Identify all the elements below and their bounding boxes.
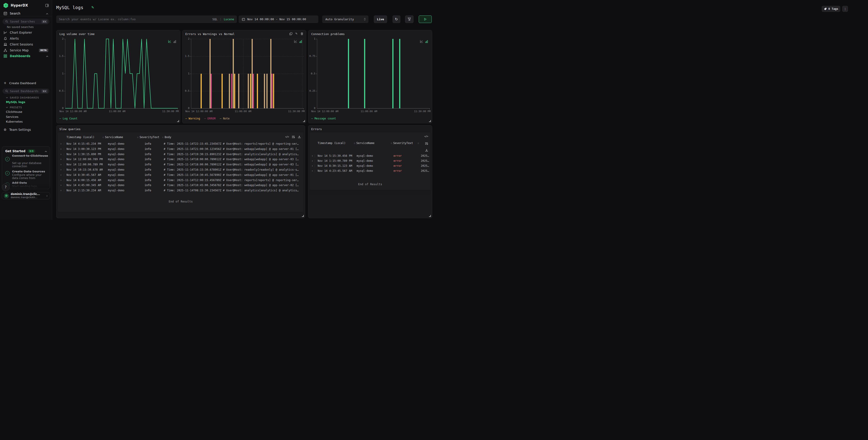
table-row[interactable]: ›Nov 14 4:45:00.345 AMmysql-demoinfo# Ti… [58,183,304,188]
run-query-button[interactable] [419,15,432,23]
sidebar-item-search[interactable]: Search [0,10,52,16]
filter-button[interactable] [405,15,413,23]
download-icon[interactable] [425,149,428,152]
granularity-select[interactable]: Auto Granularity [322,15,368,23]
wrap-lines-icon[interactable] [292,135,295,138]
sql-toggle[interactable]: SQL [212,18,218,21]
timestamp-cell: Nov 14 2:15:30.234 AM [66,188,106,193]
expand-row-icon[interactable]: › [60,141,62,146]
table-row[interactable]: ›Nov 14 10:15:30.678 AMmysql-demoinfo# T… [58,167,304,172]
body-cell: # Time: 2025-11-14T12:00:15.456789Z # Us… [164,178,301,183]
expand-row-icon[interactable]: › [60,157,62,162]
refresh-button[interactable]: ↻ [393,15,400,23]
expand-row-icon[interactable]: › [60,188,62,193]
expand-row-icon[interactable]: › [60,162,62,167]
column-drag-icon[interactable]: ∷ [391,142,392,144]
get-started-step-title[interactable]: Create Data Sources [12,170,49,173]
saved-dashboards-section[interactable]: SAVED DASHBOARDS [6,96,50,100]
expand-row-icon[interactable]: › [60,152,62,157]
table-row[interactable]: ›Nov 14 1:15:00.789 PMmysql-demoerror202… [310,159,431,163]
table-row[interactable]: ›Nov 14 1:30:15.890 PMmysql-demoinfo# Ti… [58,152,304,157]
download-icon[interactable] [298,135,301,138]
user-menu[interactable]: D dominic.tran@clic... dominic.tran@clic… [2,192,50,199]
legend-item[interactable]: —Warning [185,117,200,120]
sidebar-item-alerts[interactable]: Alerts [0,35,52,41]
table-row[interactable]: ›Nov 14 6:00:15.456 AMmysql-demoinfo# Ti… [58,178,304,183]
y-axis-label: 0 [188,107,189,110]
column-drag-icon[interactable]: ∷ [417,141,420,145]
expand-row-icon[interactable]: › [311,169,313,173]
column-header-servicename[interactable]: ∷ServiceName [354,141,375,145]
select-chevrons-icon [364,18,366,21]
column-header-severitytext[interactable]: ∷SeverityText [391,141,413,145]
sidebar-item-team-settings[interactable]: ⚙ Team Settings [0,127,52,133]
legend-item[interactable]: —Note [220,117,229,120]
column-drag-icon[interactable]: ∷ [162,136,163,139]
sidebar-item-client-sessions[interactable]: Client Sessions [0,41,52,47]
panel-errors: Errors </> Timestamp (Local) ∷ServiceNam… [308,125,432,218]
scrollbar-track[interactable] [310,190,431,195]
column-drag-icon[interactable]: ∷ [102,136,103,139]
duplicate-chart-icon[interactable] [289,32,292,35]
expand-row-icon[interactable]: › [311,164,313,168]
chart-plot[interactable]: 00.250.50.751Nov 14 12:00:00 AM11:00:00 … [317,39,430,108]
y-axis-label: 0 [62,107,64,110]
expand-row-icon[interactable]: › [60,173,62,177]
table-row[interactable]: ›Nov 14 8:30:45.567 AMmysql-demoinfo# Ti… [58,173,304,177]
table-row[interactable]: ›Nov 14 8:30:15.123 AMmysql-demoerror202… [310,164,431,168]
event-search-input[interactable]: Search your events w/ Lucene ex. column:… [56,15,237,23]
edit-chart-icon[interactable]: ✎ [295,32,298,35]
table-row[interactable]: ›Nov 14 2:15:30.234 AMmysql-demoinfo# Ti… [58,188,304,193]
legend-item[interactable]: —Log Count [59,117,78,120]
y-axis-label: 0 [314,107,315,110]
preset-item-services[interactable]: Services [6,115,19,119]
expand-row-icon[interactable]: › [311,159,313,163]
table-row[interactable]: ›Nov 14 5:15:30.456 PMmysql-demoerror202… [310,154,431,158]
help-button[interactable]: ? [2,183,9,191]
sidebar-item-chart-explorer[interactable]: Chart Explorer [0,30,52,35]
preset-item-kubernetes[interactable]: Kubernetes [6,120,23,123]
expand-row-icon[interactable]: › [60,183,62,188]
chevron-up-icon[interactable] [46,11,48,15]
sidebar-item-dashboards[interactable]: Dashboards [0,53,52,59]
table-row[interactable]: ›Nov 14 4:23:45.567 AMmysql-demoerror202… [310,169,431,173]
presets-section[interactable]: PRESETS [6,105,50,109]
column-drag-icon[interactable]: ∷ [137,136,138,139]
expand-row-icon[interactable]: › [311,154,313,158]
chart-plot[interactable]: 00.511.52Nov 14 12:00:00 AM11:00:00 AM11… [191,39,304,108]
column-header-severitytext[interactable]: ∷SeverityText [137,136,159,139]
collapse-sidebar-icon[interactable] [45,4,49,7]
legend-item[interactable]: —Message count [311,117,336,120]
table-row[interactable]: ›Nov 14 12:00:00.789 PMmysql-demoinfo# T… [58,157,304,162]
chart-plot[interactable]: 00.511.52Nov 14 12:00:00 AM11:00:00 AM11… [65,39,178,108]
expand-row-icon[interactable]: › [60,147,62,151]
view-sql-icon[interactable]: </> [285,135,289,138]
column-header-timestamp[interactable]: Timestamp (Local) [318,141,346,145]
chevron-up-icon[interactable] [46,54,48,58]
column-header-servicename[interactable]: ∷ServiceName [102,136,123,139]
legend-item[interactable]: —ERROR [204,117,216,120]
saved-searches-input[interactable]: Saved Searches ⌘K [2,19,50,24]
edit-title-icon[interactable]: ✎ [91,5,94,9]
get-started-step-title[interactable]: Connect to ClickHouse [12,154,49,158]
view-sql-icon[interactable]: </> [424,135,428,138]
live-button[interactable]: Live [374,15,387,23]
delete-chart-icon[interactable] [301,32,303,35]
dashboard-item-mysql-logs[interactable]: MySQL logs [6,100,25,104]
wrap-lines-icon[interactable] [425,142,428,145]
table-row[interactable]: ›Nov 14 12:00:00.789 PMmysql-demoinfo# T… [58,162,304,167]
sidebar-item-service-map[interactable]: Service Map BETA [0,47,52,53]
column-drag-icon[interactable]: ∷ [354,142,355,144]
expand-row-icon[interactable]: › [60,178,62,183]
table-row[interactable]: ›Nov 14 4:15:45.234 PMmysql-demoinfo# Ti… [58,141,304,146]
chevron-up-icon[interactable] [44,149,47,153]
table-row[interactable]: ›Nov 14 3:00:30.123 PMmysql-demoinfo# Ti… [58,147,304,151]
saved-dashboards-input[interactable]: Saved Dashboards ⌘K [2,89,50,94]
preset-item-clickhouse[interactable]: ClickHouse [6,110,22,113]
date-range-picker[interactable]: Nov 14 00:00:00 - Nov 15 00:00:00 [239,15,318,23]
lucene-toggle[interactable]: Lucene [224,18,234,21]
create-dashboard-button[interactable]: + Create Dashboard [0,80,52,86]
column-header-timestamp[interactable]: Timestamp (Local) [66,136,94,139]
column-header-body[interactable]: ∷Body [162,136,171,139]
expand-row-icon[interactable]: › [60,167,62,172]
